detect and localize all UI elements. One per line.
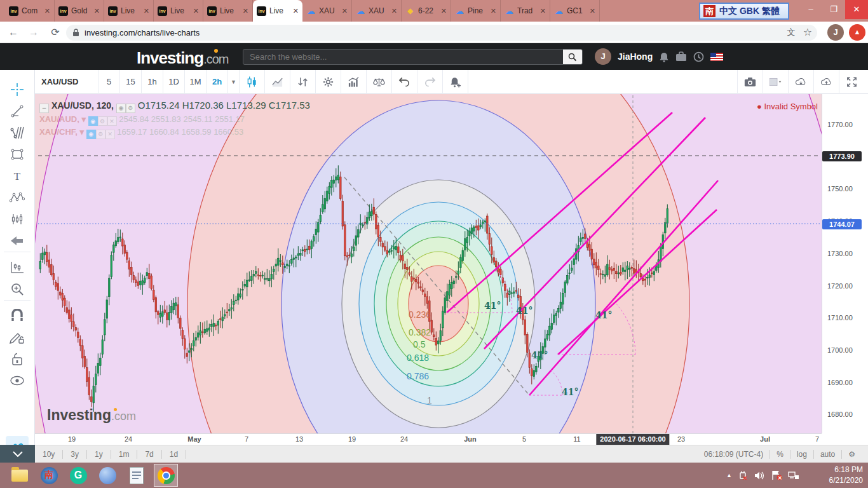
crosshair-tool[interactable]: [6, 79, 29, 100]
fullscreen-icon[interactable]: [839, 70, 864, 94]
range-10y[interactable]: 10y: [35, 450, 63, 459]
chart-plot-area[interactable]: 41°41°41°41°41°0.2360.3820.50.6180.7861: [35, 94, 822, 433]
scales-icon[interactable]: [367, 70, 392, 94]
tab-close-icon[interactable]: ✕: [94, 7, 100, 15]
tab-close-icon[interactable]: ✕: [193, 7, 199, 15]
taskbar-app-ime-globe[interactable]: 南: [37, 464, 61, 487]
range-7d[interactable]: 7d: [137, 450, 161, 459]
tab-close-icon[interactable]: ✕: [491, 7, 496, 15]
taskbar-app-notepad[interactable]: [125, 464, 149, 487]
legend-main-row[interactable]: − XAU/USD, 120, ◉⚙ O1715.24 H1720.36 L17…: [39, 99, 310, 113]
eye-icon[interactable]: ◉: [86, 130, 96, 139]
forward-icon[interactable]: →: [25, 24, 42, 41]
axis-settings-gear-icon[interactable]: ⚙: [841, 450, 862, 459]
timeframe-1M[interactable]: 1M: [185, 70, 207, 94]
browser-tab-live[interactable]: InvLive✕: [104, 0, 154, 22]
volume-icon[interactable]: [754, 471, 766, 480]
portfolio-briefcase-icon[interactable]: [675, 51, 687, 62]
trend-line-tool[interactable]: [6, 100, 29, 122]
taskbar-app-chrome[interactable]: [154, 464, 178, 487]
omnibox[interactable]: investing.com/charts/live-charts: [66, 25, 817, 41]
tab-close-icon[interactable]: ✕: [441, 7, 447, 15]
gear-icon[interactable]: ⚙: [98, 116, 107, 126]
range-1y[interactable]: 1y: [87, 450, 111, 459]
forecast-candles-tool[interactable]: [6, 208, 29, 230]
timeframe-1h[interactable]: 1h: [142, 70, 163, 94]
taskbar-app-file-explorer[interactable]: [8, 464, 32, 487]
symbol-field[interactable]: XAU/USD: [35, 70, 98, 94]
cloud-down-icon[interactable]: [788, 70, 813, 94]
browser-tab-gc1[interactable]: ☁GC1✕: [550, 0, 600, 22]
system-tray[interactable]: ▲ ✕ ✕: [726, 463, 799, 488]
pencil-unlock-tool[interactable]: [6, 327, 29, 348]
device-error-icon[interactable]: ✕: [738, 470, 749, 481]
bookmark-star-icon[interactable]: ☆: [799, 24, 816, 41]
text-tool[interactable]: T: [6, 165, 29, 187]
collapse-icon[interactable]: −: [39, 104, 49, 113]
arrow-left-tool[interactable]: [6, 230, 29, 252]
zoom-in-tool[interactable]: [6, 278, 29, 300]
back-icon[interactable]: ←: [5, 24, 22, 41]
hide-all-tool[interactable]: [6, 370, 29, 391]
close-button[interactable]: ✕: [845, 0, 868, 19]
taskbar-app-chromium[interactable]: [95, 464, 119, 487]
tab-close-icon[interactable]: ✕: [391, 7, 397, 15]
swatch-icon[interactable]: [763, 70, 788, 94]
tray-expand-icon[interactable]: ▲: [726, 472, 732, 478]
taskbar-app-grammarly[interactable]: G: [66, 464, 90, 487]
search-button[interactable]: [563, 50, 582, 64]
translate-icon[interactable]: 文: [783, 24, 799, 41]
gear-icon[interactable]: ⚙: [96, 130, 105, 139]
username[interactable]: JiaHong: [618, 51, 653, 62]
compare-icon[interactable]: [290, 70, 316, 94]
timeframe-15[interactable]: 15: [120, 70, 142, 94]
range-3y[interactable]: 3y: [63, 450, 87, 459]
site-search-input[interactable]: [243, 50, 563, 64]
browser-tab-pine[interactable]: ☁Pine✕: [451, 0, 501, 22]
undo-icon[interactable]: [392, 70, 417, 94]
timeframe-5[interactable]: 5: [98, 70, 120, 94]
browser-tab-live[interactable]: InvLive✕: [253, 0, 302, 22]
camera-icon[interactable]: [737, 70, 763, 94]
investing-logo[interactable]: Investing.com: [137, 48, 228, 68]
tab-close-icon[interactable]: ✕: [44, 7, 50, 15]
timeframe-dropdown[interactable]: ▼: [228, 70, 240, 94]
recent-clock-icon[interactable]: [693, 51, 704, 62]
tab-close-icon[interactable]: ✕: [590, 7, 595, 15]
tab-close-icon[interactable]: ✕: [243, 7, 248, 15]
legend-overlay-row[interactable]: XAU/CHF, ▾ ◉⚙✕ 1659.17 1660.84 1658.59 1…: [39, 126, 310, 139]
ime-language-badge[interactable]: 南中文 GBK 繁體: [699, 3, 789, 20]
sidebar-collapse-chevron[interactable]: [0, 445, 35, 463]
us-flag-icon[interactable]: [710, 53, 723, 61]
avatar[interactable]: J: [595, 48, 611, 65]
range-1m[interactable]: 1m: [111, 450, 138, 459]
price-axis[interactable]: 1770.001750.001740.001730.001720.001710.…: [822, 94, 868, 433]
browser-profile-avatar[interactable]: J: [827, 24, 844, 41]
reload-icon[interactable]: ⟳: [47, 24, 64, 41]
close-icon[interactable]: ✕: [105, 130, 115, 139]
range-1d[interactable]: 1d: [162, 450, 186, 459]
gear-icon[interactable]: [316, 70, 341, 94]
eye-icon[interactable]: ◉: [88, 116, 98, 126]
restore-button[interactable]: ❐: [822, 0, 845, 19]
minimize-button[interactable]: –: [799, 0, 822, 19]
alert-icon[interactable]: [443, 70, 468, 94]
tab-close-icon[interactable]: ✕: [540, 7, 546, 15]
indicators-icon[interactable]: [341, 70, 367, 94]
scale-auto[interactable]: auto: [813, 450, 841, 459]
taskbar-clock[interactable]: 6:18 PM 6/21/2020: [829, 464, 863, 486]
gear-icon[interactable]: ⚙: [126, 104, 135, 113]
pitchfork-tool[interactable]: [6, 122, 29, 144]
browser-tab-gold[interactable]: InvGold✕: [55, 0, 104, 22]
cloud-up-icon[interactable]: [813, 70, 839, 94]
notifications-bell-icon[interactable]: [659, 51, 669, 62]
timeframe-2h[interactable]: 2h: [207, 70, 228, 94]
redo-icon[interactable]: [417, 70, 443, 94]
timeframe-1D[interactable]: 1D: [163, 70, 185, 94]
legend-overlay-row[interactable]: XAU/AUD, ▾ ◉⚙✕ 2545.84 2551.83 2545.11 2…: [39, 113, 310, 126]
eye-icon[interactable]: ◉: [116, 104, 126, 113]
lock-all-tool[interactable]: [6, 348, 29, 370]
browser-tab-6-22[interactable]: ◆6-22✕: [402, 0, 451, 22]
time-axis[interactable]: 1924May7131924Jun51123Jul72020-06-17 06:…: [35, 433, 822, 445]
magnet-tool[interactable]: [6, 305, 29, 327]
